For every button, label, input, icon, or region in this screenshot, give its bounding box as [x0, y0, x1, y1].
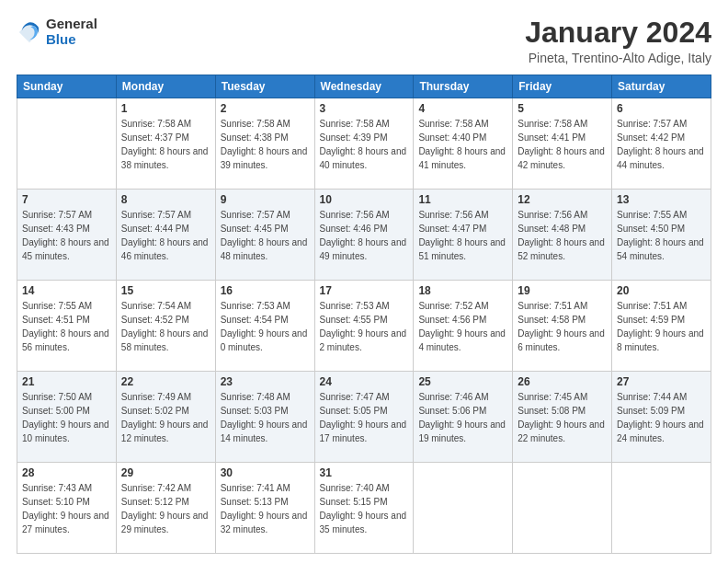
daylight-text: Daylight: 9 hours and 19 minutes. [418, 419, 506, 443]
sunrise-text: Sunrise: 7:46 AM [418, 392, 488, 402]
sunset-text: Sunset: 4:41 PM [518, 132, 586, 143]
day-number: 19 [518, 284, 607, 297]
daylight-text: Daylight: 9 hours and 24 minutes. [617, 419, 704, 443]
table-row [612, 463, 711, 554]
sunrise-text: Sunrise: 7:53 AM [221, 301, 290, 311]
sunset-text: Sunset: 5:08 PM [518, 406, 586, 416]
day-number: 24 [320, 375, 409, 388]
day-info: Sunrise: 7:45 AM Sunset: 5:08 PM Dayligh… [518, 390, 607, 445]
table-row: 21 Sunrise: 7:50 AM Sunset: 5:00 PM Dayl… [17, 372, 117, 463]
day-number: 25 [418, 375, 507, 388]
day-number: 8 [121, 193, 210, 206]
day-info: Sunrise: 7:57 AM Sunset: 4:43 PM Dayligh… [22, 208, 111, 263]
table-row: 22 Sunrise: 7:49 AM Sunset: 5:02 PM Dayl… [116, 372, 215, 463]
calendar-table: Sunday Monday Tuesday Wednesday Thursday… [17, 75, 711, 554]
table-row: 19 Sunrise: 7:51 AM Sunset: 4:58 PM Dayl… [513, 281, 612, 372]
day-number: 12 [518, 193, 607, 206]
sunset-text: Sunset: 4:54 PM [221, 315, 289, 325]
daylight-text: Daylight: 8 hours and 48 minutes. [221, 237, 308, 261]
day-number: 2 [221, 102, 310, 115]
daylight-text: Daylight: 8 hours and 42 minutes. [518, 146, 605, 170]
table-row: 14 Sunrise: 7:55 AM Sunset: 4:51 PM Dayl… [17, 281, 117, 372]
calendar-header-row: Sunday Monday Tuesday Wednesday Thursday… [17, 75, 711, 98]
day-info: Sunrise: 7:50 AM Sunset: 5:00 PM Dayligh… [22, 390, 111, 445]
sunset-text: Sunset: 4:48 PM [518, 224, 586, 234]
day-number: 13 [617, 193, 706, 206]
daylight-text: Daylight: 9 hours and 12 minutes. [121, 419, 209, 443]
sunrise-text: Sunrise: 7:53 AM [320, 301, 390, 311]
table-row: 25 Sunrise: 7:46 AM Sunset: 5:06 PM Dayl… [414, 372, 513, 463]
table-row: 1 Sunrise: 7:58 AM Sunset: 4:37 PM Dayli… [116, 98, 215, 190]
table-row: 18 Sunrise: 7:52 AM Sunset: 4:56 PM Dayl… [414, 281, 513, 372]
day-number: 20 [617, 284, 706, 297]
day-number: 4 [418, 102, 507, 115]
sunset-text: Sunset: 5:09 PM [617, 406, 685, 416]
daylight-text: Daylight: 9 hours and 2 minutes. [320, 328, 407, 352]
header-friday: Friday [513, 75, 612, 98]
table-row: 12 Sunrise: 7:56 AM Sunset: 4:48 PM Dayl… [513, 190, 612, 281]
sunset-text: Sunset: 5:13 PM [221, 497, 289, 507]
daylight-text: Daylight: 9 hours and 8 minutes. [617, 328, 704, 352]
day-info: Sunrise: 7:58 AM Sunset: 4:41 PM Dayligh… [518, 117, 607, 172]
table-row: 24 Sunrise: 7:47 AM Sunset: 5:05 PM Dayl… [314, 372, 414, 463]
sunrise-text: Sunrise: 7:58 AM [121, 119, 191, 129]
title-location: Pineta, Trentino-Alto Adige, Italy [525, 51, 711, 65]
sunset-text: Sunset: 4:42 PM [617, 132, 685, 143]
day-info: Sunrise: 7:49 AM Sunset: 5:02 PM Dayligh… [121, 390, 210, 445]
daylight-text: Daylight: 9 hours and 17 minutes. [320, 419, 407, 443]
sunset-text: Sunset: 4:58 PM [518, 315, 586, 325]
title-block: January 2024 Pineta, Trentino-Alto Adige… [525, 17, 711, 65]
daylight-text: Daylight: 8 hours and 56 minutes. [22, 328, 109, 352]
sunrise-text: Sunrise: 7:47 AM [320, 392, 390, 402]
sunrise-text: Sunrise: 7:56 AM [418, 210, 488, 220]
calendar-week-row: 1 Sunrise: 7:58 AM Sunset: 4:37 PM Dayli… [17, 98, 711, 190]
daylight-text: Daylight: 8 hours and 44 minutes. [617, 146, 704, 170]
table-row: 17 Sunrise: 7:53 AM Sunset: 4:55 PM Dayl… [314, 281, 414, 372]
day-number: 5 [518, 102, 607, 115]
table-row: 11 Sunrise: 7:56 AM Sunset: 4:47 PM Dayl… [414, 190, 513, 281]
day-number: 28 [22, 466, 111, 479]
daylight-text: Daylight: 9 hours and 10 minutes. [22, 419, 109, 443]
table-row [513, 463, 612, 554]
sunrise-text: Sunrise: 7:55 AM [617, 210, 687, 220]
sunset-text: Sunset: 4:37 PM [121, 132, 189, 143]
sunset-text: Sunset: 5:10 PM [22, 497, 90, 507]
table-row: 30 Sunrise: 7:41 AM Sunset: 5:13 PM Dayl… [215, 463, 314, 554]
logo-general-text: General [46, 17, 97, 32]
table-row: 27 Sunrise: 7:44 AM Sunset: 5:09 PM Dayl… [612, 372, 711, 463]
sunset-text: Sunset: 4:44 PM [121, 224, 189, 234]
day-number: 1 [121, 102, 210, 115]
sunset-text: Sunset: 4:43 PM [22, 224, 90, 234]
table-row: 28 Sunrise: 7:43 AM Sunset: 5:10 PM Dayl… [17, 463, 117, 554]
logo-icon [17, 19, 42, 45]
sunrise-text: Sunrise: 7:50 AM [22, 392, 92, 402]
day-info: Sunrise: 7:56 AM Sunset: 4:47 PM Dayligh… [418, 208, 507, 263]
table-row [17, 98, 117, 190]
sunset-text: Sunset: 4:39 PM [320, 132, 388, 143]
daylight-text: Daylight: 9 hours and 4 minutes. [418, 328, 506, 352]
day-info: Sunrise: 7:57 AM Sunset: 4:45 PM Dayligh… [221, 208, 310, 263]
logo: General Blue [17, 17, 97, 47]
header-sunday: Sunday [17, 75, 117, 98]
day-number: 18 [418, 284, 507, 297]
daylight-text: Daylight: 8 hours and 39 minutes. [221, 146, 308, 170]
sunset-text: Sunset: 4:56 PM [418, 315, 486, 325]
table-row: 9 Sunrise: 7:57 AM Sunset: 4:45 PM Dayli… [215, 190, 314, 281]
daylight-text: Daylight: 9 hours and 29 minutes. [121, 511, 209, 534]
sunset-text: Sunset: 4:46 PM [320, 224, 388, 234]
logo-blue-text: Blue [46, 32, 97, 48]
header-thursday: Thursday [414, 75, 513, 98]
day-info: Sunrise: 7:55 AM Sunset: 4:50 PM Dayligh… [617, 208, 706, 263]
table-row: 7 Sunrise: 7:57 AM Sunset: 4:43 PM Dayli… [17, 190, 117, 281]
table-row: 13 Sunrise: 7:55 AM Sunset: 4:50 PM Dayl… [612, 190, 711, 281]
day-info: Sunrise: 7:40 AM Sunset: 5:15 PM Dayligh… [320, 481, 409, 536]
daylight-text: Daylight: 9 hours and 6 minutes. [518, 328, 605, 352]
day-number: 6 [617, 102, 706, 115]
day-number: 30 [221, 466, 310, 479]
sunrise-text: Sunrise: 7:40 AM [320, 483, 390, 493]
sunset-text: Sunset: 5:03 PM [221, 406, 289, 416]
sunrise-text: Sunrise: 7:45 AM [518, 392, 587, 402]
sunrise-text: Sunrise: 7:55 AM [22, 301, 92, 311]
daylight-text: Daylight: 9 hours and 22 minutes. [518, 419, 605, 443]
daylight-text: Daylight: 8 hours and 52 minutes. [518, 237, 605, 261]
